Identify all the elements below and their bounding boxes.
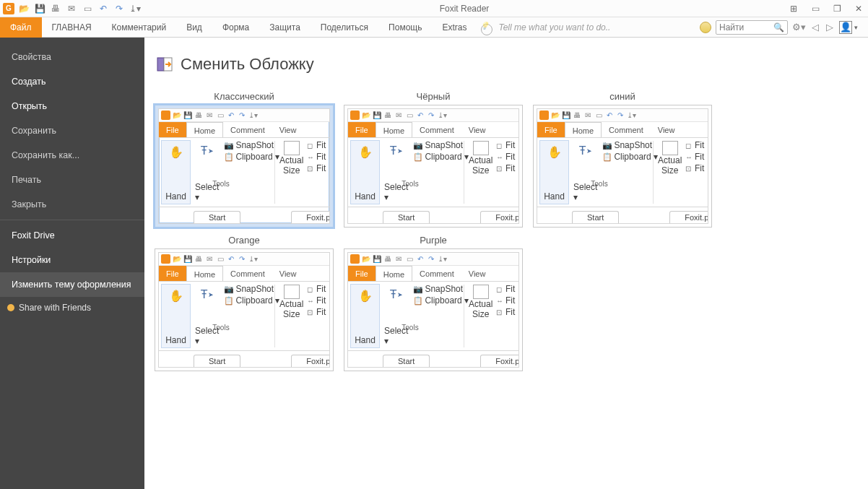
tab-comment[interactable]: Комментарий — [102, 17, 177, 38]
theme-preview: 📂 💾 🖶 ✉ ▭ ↶ ↷ ⤓▾ File Home Comment View … — [158, 108, 330, 224]
sidebar-item-open[interactable]: Открыть — [0, 94, 144, 118]
pv-actual-size: Actual Size — [654, 138, 685, 207]
search-icon[interactable]: 🔍 — [773, 22, 784, 33]
user-icon[interactable]: 👤 — [839, 21, 852, 34]
clipboard-icon: 📋 — [414, 152, 422, 161]
tab-help[interactable]: Помощь — [378, 17, 432, 38]
fit-width-icon: ↔ — [496, 153, 504, 161]
theme-card[interactable]: 📂 💾 🖶 ✉ ▭ ↶ ↷ ⤓▾ File Home Comment View … — [344, 105, 523, 228]
pv-fit-options: ◻Fit ↔Fit ⊡Fit — [496, 282, 518, 350]
mail-icon[interactable]: ✉ — [65, 2, 78, 15]
pv-tabs: File Home Comment View — [537, 122, 708, 138]
undo-icon[interactable]: ↶ — [97, 2, 110, 15]
save-icon: 💾 — [373, 111, 381, 120]
app-logo-icon — [161, 111, 170, 120]
app-logo-icon[interactable]: G — [3, 3, 14, 14]
quick-access-toolbar: G 📂 💾 🖶 ✉ ▭ ↶ ↷ ⤓▾ — [3, 2, 142, 15]
print-icon: 🖶 — [194, 255, 203, 264]
redo-icon: ↷ — [616, 111, 625, 120]
page-icon — [662, 141, 678, 155]
pv-tools-group-label: Tools — [199, 324, 243, 332]
nav-prev-icon[interactable]: ◁ — [810, 22, 820, 33]
pv-tools-group-label: Tools — [389, 180, 432, 188]
folder-open-icon[interactable]: 📂 — [17, 2, 30, 15]
sidebar-item-close[interactable]: Закрыть — [0, 192, 144, 217]
pv-tab-file: File — [348, 266, 376, 281]
pv-tab-comment: Comment — [602, 122, 651, 137]
redo-icon[interactable]: ↷ — [113, 2, 126, 15]
tab-share[interactable]: Поделиться — [311, 17, 378, 38]
pv-tab-file: File — [537, 122, 565, 137]
sidebar-item-share-friends[interactable]: Share with Friends — [0, 297, 144, 319]
fit-width-icon: ↔ — [685, 153, 693, 161]
theme-card[interactable]: 📂 💾 🖶 ✉ ▭ ↶ ↷ ⤓▾ File Home Comment View … — [344, 248, 523, 371]
sidebar-item-change-skin[interactable]: Изменить тему оформления — [0, 272, 144, 297]
blank-icon: ▭ — [594, 111, 603, 120]
sidebar-item-foxitdrive[interactable]: Foxit Drive — [0, 223, 144, 248]
redo-icon: ↷ — [427, 255, 435, 264]
mail-icon: ✉ — [205, 255, 214, 264]
theme-card[interactable]: 📂 💾 🖶 ✉ ▭ ↶ ↷ ⤓▾ File Home Comment View … — [533, 105, 712, 228]
pv-doc-tabs: Start Foxit.pdf — [348, 351, 518, 367]
redo-icon: ↷ — [238, 111, 246, 120]
tab-file[interactable]: Файл — [0, 17, 42, 38]
undo-icon: ↶ — [416, 255, 425, 264]
page-icon — [284, 141, 300, 155]
pv-doc-tab-start: Start — [383, 211, 430, 223]
undo-icon: ↶ — [227, 255, 235, 264]
pv-qat: 📂 💾 🖶 ✉ ▭ ↶ ↷ ⤓▾ — [159, 253, 329, 266]
pv-tool-select: Ŧ➤ Select▾ — [381, 284, 411, 348]
close-icon[interactable]: ✕ — [852, 4, 865, 14]
tab-home[interactable]: ГЛАВНАЯ — [42, 17, 102, 38]
globe-icon[interactable] — [700, 22, 711, 33]
sidebar-item-settings[interactable]: Нстройки — [0, 248, 144, 272]
pv-actual-size: Actual Size — [276, 138, 307, 207]
print-icon[interactable]: 🖶 — [49, 2, 62, 15]
pv-ribbon: ✋ Hand Ŧ➤ Select▾ 📷SnapShot 📋Clipboard ▾… — [159, 138, 329, 207]
pv-tools-group-label: Tools — [389, 324, 432, 332]
pv-qat: 📂 💾 🖶 ✉ ▭ ↶ ↷ ⤓▾ — [348, 253, 518, 266]
tab-protect[interactable]: Защита — [259, 17, 311, 38]
minimize-icon[interactable]: ▭ — [809, 4, 822, 14]
scroll-mode-icon: ⤓▾ — [248, 111, 257, 120]
page-icon — [473, 285, 489, 299]
sidebar-item-save[interactable]: Сохранить — [0, 118, 144, 143]
fit-page-icon: ◻ — [496, 142, 504, 150]
pv-tool-hand: ✋ Hand — [539, 140, 569, 204]
fit-width-icon: ↔ — [307, 297, 315, 305]
theme-preview: 📂 💾 🖶 ✉ ▭ ↶ ↷ ⤓▾ File Home Comment View … — [347, 252, 519, 368]
gear-icon[interactable]: ⚙▾ — [792, 22, 806, 33]
maximize-icon[interactable]: ❐ — [830, 4, 843, 14]
pv-ribbon: ✋ Hand Ŧ➤ Select▾ 📷SnapShot 📋Clipboard ▾… — [159, 282, 329, 351]
ribbon-collapse-icon[interactable]: ⊞ — [787, 4, 800, 14]
theme-card[interactable]: 📂 💾 🖶 ✉ ▭ ↶ ↷ ⤓▾ File Home Comment View … — [155, 248, 334, 371]
blank-icon: ▭ — [405, 255, 414, 264]
blank-icon[interactable]: ▭ — [81, 2, 94, 15]
search-input[interactable]: Найти 🔍 — [716, 20, 788, 35]
sidebar-item-create[interactable]: Создать — [0, 69, 144, 94]
pv-doc-tab-start: Start — [194, 355, 240, 367]
mail-icon: ✉ — [394, 111, 403, 120]
tab-form[interactable]: Форма — [212, 17, 259, 38]
fit-page-icon: ◻ — [307, 142, 315, 150]
theme-card[interactable]: 📂 💾 🖶 ✉ ▭ ↶ ↷ ⤓▾ File Home Comment View … — [155, 105, 334, 228]
pv-actual-size: Actual Size — [276, 282, 307, 350]
sidebar-item-properties[interactable]: Свойства — [0, 45, 144, 69]
nav-next-icon[interactable]: ▷ — [825, 22, 835, 33]
sidebar-item-print[interactable]: Печать — [0, 168, 144, 192]
tab-extras[interactable]: Extras — [432, 17, 477, 38]
scroll-mode-icon[interactable]: ⤓▾ — [129, 2, 142, 15]
pv-tool-select: Ŧ➤ Select▾ — [570, 140, 600, 204]
share-dot-icon — [7, 304, 14, 311]
tell-me-input[interactable]: Tell me what you want to do.. — [477, 22, 700, 33]
save-icon: 💾 — [183, 111, 192, 120]
pv-ribbon: ✋ Hand Ŧ➤ Select▾ 📷SnapShot 📋Clipboard ▾… — [348, 138, 518, 207]
pv-doc-tabs: Start Foxit.pdf — [348, 207, 518, 223]
pv-doc-tab-file: Foxit.pdf — [480, 211, 519, 223]
scroll-mode-icon: ⤓▾ — [627, 111, 635, 120]
tab-view[interactable]: Вид — [176, 17, 212, 38]
sidebar-item-saveas[interactable]: Сохранить как... — [0, 143, 144, 168]
page-icon — [473, 141, 489, 155]
pv-doc-tab-file: Foxit.pdf — [480, 355, 519, 367]
save-icon[interactable]: 💾 — [33, 2, 46, 15]
